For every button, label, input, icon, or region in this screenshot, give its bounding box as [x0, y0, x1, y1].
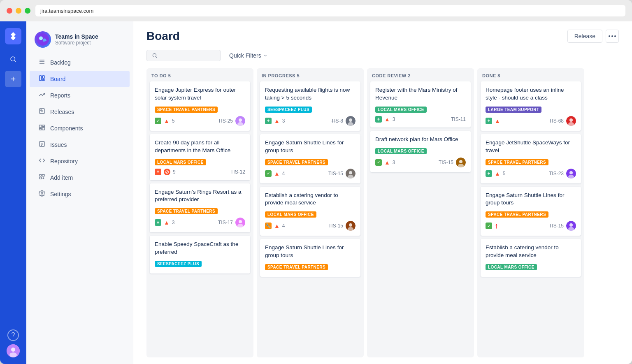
column-inprogress-header: IN PROGRESS 5 — [257, 68, 364, 81]
minimize-button[interactable] — [16, 8, 21, 14]
card-id: TIS-15 — [549, 223, 564, 229]
card-title: Engage Saturn Shuttle Lines for group to… — [265, 139, 356, 155]
nav-search[interactable] — [5, 51, 21, 67]
card-label: SPACE TRAVEL PARTNERS — [155, 208, 218, 214]
card-tis17[interactable]: Engage Saturn's Rings Resort as a prefer… — [150, 183, 250, 233]
card-avatar — [346, 169, 356, 179]
svg-rect-29 — [40, 177, 42, 179]
card-id: TIS-15 — [439, 160, 453, 165]
sidebar-label-releases: Releases — [50, 109, 74, 115]
card-avatar — [346, 221, 356, 231]
svg-point-5 — [11, 348, 15, 352]
sidebar-item-components[interactable]: Components — [30, 120, 130, 137]
maximize-button[interactable] — [25, 8, 30, 14]
quick-filter-label: Quick Filters — [229, 52, 261, 59]
sidebar-label-add-item: Add item — [50, 174, 73, 181]
card-label: SEESPACEEZ PLUS — [155, 261, 202, 267]
column-codereview: CODE REVIEW 2 Register with the Mars Min… — [367, 68, 474, 357]
card-label: SPACE TRAVEL PARTNERS — [486, 159, 548, 165]
sidebar-item-reports[interactable]: Reports — [30, 87, 130, 104]
card-done-1[interactable]: Homepage footer uses an inline style - s… — [481, 81, 581, 131]
card-avatar — [456, 158, 466, 167]
sidebar-item-repository[interactable]: Repository — [30, 153, 130, 169]
card-todo-partial[interactable]: Enable Speedy SpaceCraft as the preferre… — [150, 236, 250, 274]
card-title: Create 90 day plans for all departments … — [155, 139, 245, 155]
card-tis25[interactable]: Engage Jupiter Express for outer solar s… — [150, 81, 250, 131]
priority-icon: ▲ — [274, 223, 280, 229]
more-options-button[interactable] — [606, 30, 619, 43]
user-avatar[interactable] — [7, 344, 20, 357]
card-title: Establish a catering vendor to provide m… — [265, 192, 356, 207]
settings-icon — [38, 190, 46, 198]
check-icon: ✓ — [375, 159, 382, 166]
main-content: Board Release Quick Filters — [133, 21, 632, 364]
close-button[interactable] — [7, 8, 12, 14]
svg-line-35 — [156, 57, 157, 58]
card-inprog-2[interactable]: Engage Saturn Shuttle Lines for group to… — [260, 134, 360, 183]
sidebar-item-settings[interactable]: Settings — [30, 186, 130, 202]
card-avatar — [566, 116, 576, 126]
svg-rect-19 — [39, 129, 42, 130]
card-footer: + ▲ 3 TIS-11 — [375, 116, 466, 123]
card-avatar — [235, 218, 245, 227]
url-bar[interactable]: jira.teamsinspace.com — [35, 5, 625, 16]
project-sub: Software project — [55, 40, 98, 46]
nav-help[interactable]: ? — [7, 329, 19, 341]
card-done-partial[interactable]: Establish a catering vendor to provide m… — [481, 239, 581, 277]
card-count: 5 — [172, 118, 175, 124]
svg-point-33 — [614, 35, 616, 37]
svg-point-34 — [153, 53, 156, 57]
card-count: 9 — [173, 169, 176, 175]
plus-green-icon: + — [265, 118, 272, 124]
board-icon — [38, 75, 46, 83]
sidebar-item-backlog[interactable]: Backlog — [30, 54, 130, 71]
card-count: 5 — [503, 171, 506, 176]
search-box[interactable] — [146, 50, 221, 61]
sidebar-item-board[interactable]: Board — [30, 71, 130, 87]
card-label: SPACE TRAVEL PARTNERS — [265, 264, 328, 270]
priority-icon: ▲ — [274, 170, 280, 177]
card-count: 4 — [282, 171, 285, 176]
card-title: Engage Saturn's Rings Resort as a prefer… — [155, 188, 245, 204]
backlog-icon — [38, 58, 46, 67]
card-inprog-1[interactable]: Requesting available flights is now taki… — [260, 81, 360, 131]
add-item-icon — [38, 174, 46, 182]
card-avatar — [235, 116, 245, 126]
card-id: TIS-8 — [331, 118, 343, 124]
card-done-3[interactable]: Engage Saturn Shuttle Lines for group to… — [481, 187, 581, 236]
sidebar-item-issues[interactable]: Issues — [30, 137, 130, 153]
board-actions: Release — [567, 30, 619, 43]
card-footer: ✓ ▲ 4 TIS-15 — [265, 169, 356, 179]
card-cr-1[interactable]: Register with the Mars Ministry of Reven… — [370, 81, 471, 128]
column-todo: TO DO 5 Engage Jupiter Express for outer… — [146, 68, 253, 357]
card-id: TIS-68 — [549, 118, 564, 124]
card-cr-2[interactable]: Draft network plan for Mars Office LOCAL… — [370, 131, 471, 172]
quick-filter-button[interactable]: Quick Filters — [224, 49, 273, 62]
svg-point-40 — [239, 220, 242, 223]
sidebar-item-releases[interactable]: Releases — [30, 104, 130, 120]
svg-rect-18 — [42, 125, 45, 126]
project-avatar — [35, 31, 51, 48]
card-label: LOCAL MARS OFFICE — [265, 211, 316, 218]
column-todo-cards: Engage Jupiter Express for outer solar s… — [146, 81, 253, 357]
releases-icon — [38, 108, 46, 116]
nav-create[interactable] — [5, 71, 21, 87]
svg-rect-13 — [42, 76, 44, 79]
release-button[interactable]: Release — [567, 30, 602, 43]
project-info: Teams in Space Software project — [55, 33, 98, 46]
app-logo[interactable] — [5, 28, 21, 44]
card-inprog-3[interactable]: Establish a catering vendor to provide m… — [260, 187, 360, 236]
card-tis12[interactable]: Create 90 day plans for all departments … — [150, 134, 250, 180]
check-icon: ✓ — [486, 223, 492, 229]
svg-point-37 — [239, 118, 242, 122]
card-label: LARGE TEAM SUPPORT — [486, 107, 541, 113]
priority-icon: ▲ — [495, 118, 500, 124]
card-inprog-partial[interactable]: Engage Saturn Shuttle Lines for group to… — [260, 239, 360, 277]
sidebar-label-backlog: Backlog — [50, 59, 71, 66]
card-avatar — [566, 221, 576, 231]
sidebar-item-add-item[interactable]: Add item — [30, 169, 130, 186]
svg-point-58 — [569, 171, 573, 174]
card-done-2[interactable]: Engage JetShuttle SpaceWays for travel S… — [481, 134, 581, 183]
components-icon — [38, 124, 46, 132]
card-title: Register with the Mars Ministry of Reven… — [375, 86, 466, 102]
